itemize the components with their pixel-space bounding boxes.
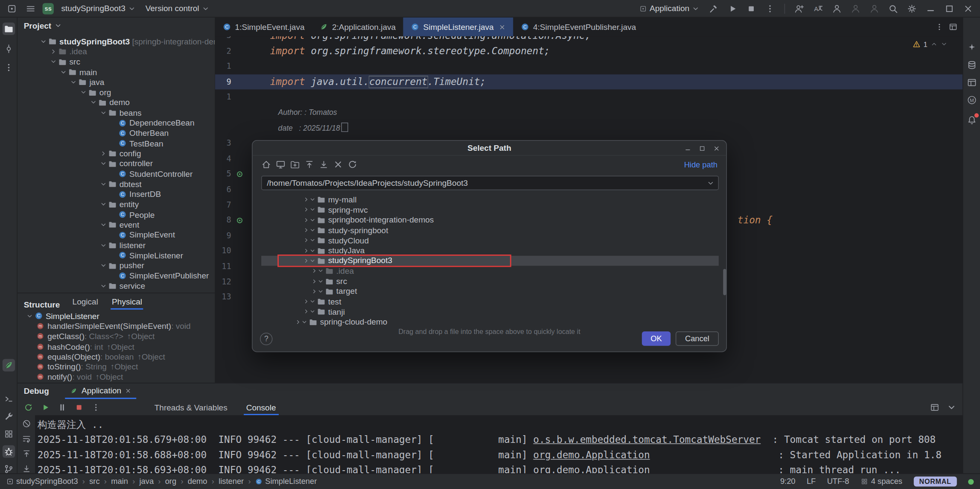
inspections-widget[interactable]: 1 (912, 40, 948, 48)
collapse-all-icon[interactable] (304, 159, 314, 169)
chevron-right-icon[interactable] (303, 227, 309, 234)
breadcrumb-item[interactable]: src (78, 477, 100, 486)
help-button[interactable]: ? (260, 332, 272, 345)
next-problem-icon[interactable] (941, 41, 948, 47)
tree-row[interactable]: DependenceBean (18, 118, 215, 128)
stop-icon[interactable] (74, 402, 84, 412)
build-tool-icon[interactable] (3, 410, 15, 423)
chevron-down-icon[interactable] (309, 227, 316, 234)
chevron-down-icon[interactable] (318, 268, 324, 274)
run-icon[interactable] (726, 2, 739, 15)
tree-row[interactable]: beans (18, 108, 215, 118)
hidden-tabs-icon[interactable] (935, 23, 944, 31)
prev-problem-icon[interactable] (930, 41, 937, 47)
debug-session-tab[interactable]: Application (65, 384, 136, 399)
resume-icon[interactable] (41, 402, 50, 412)
chevron-down-icon[interactable] (100, 109, 107, 116)
search-icon[interactable] (886, 2, 900, 15)
tree-row[interactable]: People (18, 210, 215, 220)
chevron-down-icon[interactable] (301, 319, 308, 325)
chevron-right-icon[interactable] (50, 48, 57, 55)
scroll-to-bottom-icon[interactable] (22, 464, 31, 473)
breadcrumb-item[interactable]: main (100, 477, 128, 486)
chevron-right-icon[interactable] (303, 247, 309, 254)
chevron-right-icon[interactable] (303, 237, 309, 243)
chevron-down-icon[interactable] (309, 217, 316, 223)
dialog-tree-row[interactable]: studySpringBoot3 (261, 256, 719, 266)
main-menu-icon[interactable] (24, 2, 38, 15)
more-tool-windows-icon[interactable] (3, 61, 15, 73)
database-icon[interactable] (965, 59, 978, 71)
path-input[interactable] (262, 178, 707, 187)
chevron-down-icon[interactable] (318, 288, 324, 295)
layout-settings-icon[interactable] (930, 402, 939, 412)
caret-position-widget[interactable]: 9:20 (780, 477, 796, 486)
terminal-tool-icon[interactable] (3, 393, 15, 405)
tree-row[interactable]: pusher (18, 261, 215, 271)
chevron-down-icon[interactable] (100, 181, 107, 187)
editor-tab[interactable]: SimpleListener.java (403, 18, 513, 36)
breadcrumb-item[interactable]: java (128, 477, 154, 486)
tab-console[interactable]: Console (244, 399, 279, 415)
hide-panel-icon[interactable] (947, 402, 956, 412)
dialog-tree-row[interactable]: src (261, 276, 719, 286)
tree-row[interactable]: listener (18, 240, 215, 250)
dialog-tree-row[interactable]: spring-cloud-demo (261, 317, 719, 327)
debug-tool-icon[interactable] (3, 445, 15, 458)
chevron-right-icon[interactable] (100, 150, 107, 157)
chevron-down-icon[interactable] (100, 221, 107, 228)
tree-row[interactable]: main (18, 67, 215, 77)
dialog-tree-row[interactable]: target (261, 286, 719, 296)
close-icon[interactable] (961, 2, 975, 15)
project-selector[interactable]: studySpringBoot3 (59, 3, 138, 15)
tree-row[interactable]: dbtest (18, 179, 215, 189)
line-ending-widget[interactable]: LF (807, 477, 816, 486)
tree-row[interactable]: TestBean (18, 138, 215, 149)
tab-physical[interactable]: Physical (111, 295, 143, 310)
commit-tool-icon[interactable] (3, 43, 15, 55)
dialog-tree-row[interactable]: springboot-integration-demos (261, 215, 719, 225)
chevron-right-icon[interactable] (303, 196, 309, 203)
tree-row[interactable]: org (18, 87, 215, 97)
chevron-right-icon[interactable] (311, 278, 318, 284)
ok-button[interactable]: OK (642, 331, 671, 346)
gradle-icon[interactable] (965, 76, 978, 89)
chevron-down-icon[interactable] (55, 22, 62, 29)
notifications-icon[interactable] (965, 114, 978, 126)
vcs-selector[interactable]: Version control (143, 3, 212, 15)
structure-row[interactable]: SimpleListener (18, 311, 215, 321)
indent-widget[interactable]: 4 spaces (860, 477, 902, 486)
chevron-down-icon[interactable] (318, 278, 324, 284)
chevron-down-icon[interactable] (309, 299, 316, 305)
dialog-tree-row[interactable]: studyCloud (261, 235, 719, 246)
profile-icon[interactable] (830, 2, 844, 15)
services-tool-icon[interactable] (3, 428, 15, 440)
tree-row[interactable]: SimpleEvent (18, 230, 215, 240)
spring-bean-gutter-icon[interactable] (236, 217, 244, 225)
chevron-down-icon[interactable] (309, 237, 316, 243)
chevron-down-icon[interactable] (60, 68, 67, 75)
chevron-down-icon[interactable] (100, 283, 107, 290)
chevron-down-icon[interactable] (309, 207, 316, 213)
tree-row[interactable]: StudentController (18, 169, 215, 179)
tree-row[interactable]: config (18, 148, 215, 158)
chevron-down-icon[interactable] (309, 247, 316, 254)
chevron-down-icon[interactable] (90, 99, 97, 106)
tree-row[interactable]: OtherBean (18, 128, 215, 138)
dialog-tree-row[interactable]: test (261, 296, 719, 307)
chevron-down-icon[interactable] (40, 38, 47, 45)
breadcrumb-item[interactable]: listener (207, 477, 244, 486)
home-icon[interactable] (261, 159, 271, 169)
encoding-widget[interactable]: UTF-8 (827, 477, 849, 486)
editor-tab[interactable]: 2:Application.java (312, 18, 403, 36)
chevron-down-icon[interactable] (309, 196, 316, 203)
run-config-selector[interactable]: Application (637, 3, 702, 15)
dialog-tree-row[interactable]: studyJava (261, 246, 719, 256)
breadcrumb-item[interactable]: SimpleListener (244, 477, 317, 486)
breadcrumb-item[interactable]: org (154, 477, 176, 486)
delete-icon[interactable] (333, 159, 343, 169)
maximize-icon[interactable] (942, 2, 956, 15)
chevron-right-icon[interactable] (303, 217, 309, 223)
chevron-down-icon[interactable] (100, 201, 107, 208)
editor-layout-icon[interactable] (949, 23, 957, 31)
